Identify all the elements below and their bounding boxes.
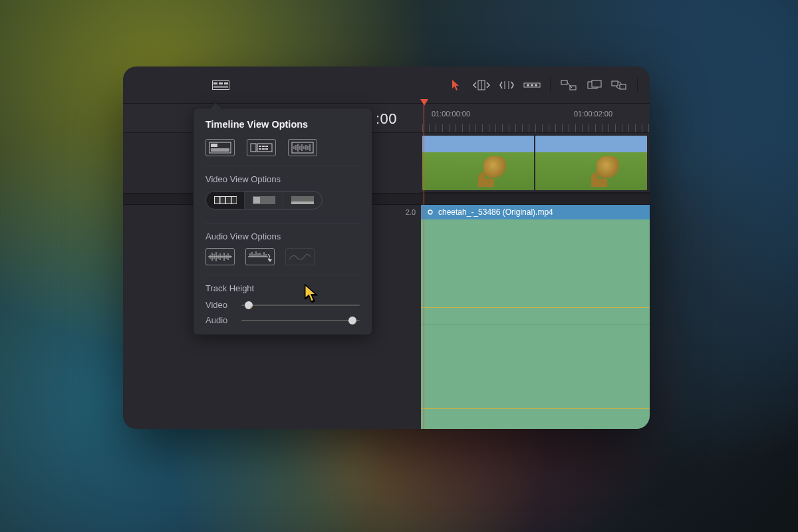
audio-view-options-label: Audio View Options <box>205 231 360 241</box>
svg-rect-0 <box>213 80 229 89</box>
svg-marker-71 <box>268 259 272 262</box>
svg-rect-23 <box>257 144 272 152</box>
video-height-slider[interactable] <box>241 305 360 306</box>
ruler-timecode: 01:00:02:00 <box>574 110 612 118</box>
svg-rect-10 <box>527 84 529 86</box>
position-tool-icon[interactable] <box>584 77 604 93</box>
clip-name: cheetah_-_53486 (Original).mp4 <box>438 207 553 217</box>
scale-value: 2.0 <box>376 205 421 219</box>
svg-rect-20 <box>211 144 217 147</box>
trim-tool-icon[interactable] <box>471 77 491 93</box>
svg-rect-13 <box>561 80 567 84</box>
blade-tool-icon[interactable] <box>497 77 517 93</box>
timeline-toolbar <box>123 66 650 104</box>
audio-waveform-rectified-icon[interactable] <box>245 248 275 265</box>
svg-rect-25 <box>262 146 265 147</box>
insert-tool-icon[interactable] <box>522 77 542 93</box>
svg-rect-3 <box>224 82 228 84</box>
track-height-label: Track Height <box>205 283 360 293</box>
video-view-simple[interactable] <box>283 192 322 209</box>
svg-rect-27 <box>259 148 261 150</box>
svg-rect-42 <box>220 197 225 203</box>
svg-rect-46 <box>253 197 260 203</box>
svg-rect-41 <box>215 197 219 203</box>
svg-rect-26 <box>265 146 268 147</box>
pointer-tool-icon[interactable] <box>446 77 466 93</box>
audio-waveform-view-icon[interactable] <box>288 139 317 156</box>
timeline-view-options-button[interactable] <box>211 77 231 93</box>
clip-thumbnails <box>422 136 650 189</box>
audio-waveform-full-icon[interactable] <box>205 248 235 265</box>
svg-rect-28 <box>262 148 265 150</box>
audio-waveform-none-icon[interactable] <box>285 248 315 265</box>
svg-rect-43 <box>226 197 231 203</box>
svg-rect-12 <box>535 84 537 86</box>
playhead[interactable] <box>424 104 424 429</box>
divider <box>205 223 360 223</box>
clip-thumb <box>422 136 534 190</box>
popup-title: Timeline View Options <box>205 119 360 130</box>
link-icon <box>426 208 434 216</box>
svg-rect-48 <box>291 201 314 204</box>
svg-rect-17 <box>612 81 618 86</box>
svg-rect-1 <box>213 82 217 84</box>
audio-slider-label: Audio <box>205 315 233 325</box>
video-view-segmented <box>205 191 323 209</box>
svg-rect-16 <box>592 80 601 87</box>
stacked-timeline-icon[interactable] <box>205 139 235 156</box>
video-view-filmstrip[interactable] <box>206 192 245 209</box>
video-view-thumbnail[interactable] <box>245 192 283 209</box>
audio-track[interactable] <box>421 219 650 429</box>
link-tool-icon[interactable] <box>559 77 579 93</box>
audio-clip-header[interactable]: cheetah_-_53486 (Original).mp4 <box>421 205 650 219</box>
svg-rect-22 <box>251 144 256 152</box>
video-view-options-label: Video View Options <box>205 174 360 184</box>
svg-rect-24 <box>259 146 261 147</box>
svg-rect-18 <box>620 84 626 89</box>
divider <box>205 275 360 275</box>
svg-rect-29 <box>265 148 268 150</box>
timeline-view-options-popup: Timeline View Options Video View Options <box>193 108 372 335</box>
editor-window: 01:00:00:00 01:00:02:00 :00 2.0 cheetah_… <box>123 66 650 429</box>
divider <box>205 166 360 166</box>
swap-tool-icon[interactable] <box>609 77 629 93</box>
toolbar-divider <box>637 78 638 92</box>
ruler-timecode: 01:00:00:00 <box>432 110 470 118</box>
audio-height-slider[interactable] <box>241 320 360 321</box>
svg-rect-21 <box>211 148 229 152</box>
svg-rect-44 <box>231 197 236 203</box>
svg-rect-2 <box>219 82 223 84</box>
clip-thumb <box>535 136 647 190</box>
current-timecode: :00 <box>376 110 397 128</box>
subtitle-track-icon[interactable] <box>247 139 276 156</box>
svg-rect-4 <box>213 86 228 88</box>
svg-rect-11 <box>531 84 533 86</box>
video-track[interactable] <box>421 133 650 193</box>
toolbar-divider <box>550 78 551 92</box>
video-slider-label: Video <box>205 300 233 310</box>
